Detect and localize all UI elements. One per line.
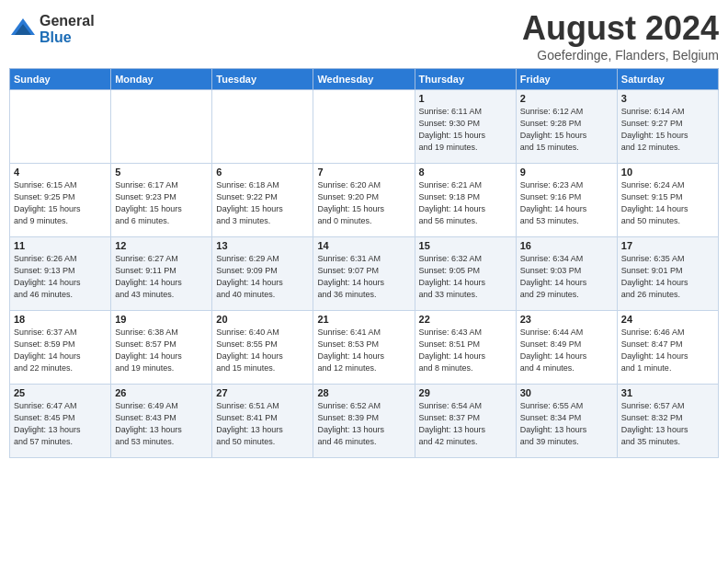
- weekday-header-wednesday: Wednesday: [313, 69, 415, 90]
- day-info: Sunrise: 6:21 AM Sunset: 9:18 PM Dayligh…: [419, 179, 512, 227]
- calendar-cell: [10, 90, 111, 164]
- calendar-cell: 2Sunrise: 6:12 AM Sunset: 9:28 PM Daylig…: [516, 90, 617, 164]
- calendar-cell: 30Sunrise: 6:55 AM Sunset: 8:34 PM Dayli…: [516, 385, 617, 458]
- logo-general: General: [40, 13, 95, 29]
- day-info: Sunrise: 6:52 AM Sunset: 8:39 PM Dayligh…: [317, 400, 410, 448]
- calendar-cell: 21Sunrise: 6:41 AM Sunset: 8:53 PM Dayli…: [313, 311, 415, 385]
- day-info: Sunrise: 6:15 AM Sunset: 9:25 PM Dayligh…: [14, 179, 107, 227]
- calendar-cell: 12Sunrise: 6:27 AM Sunset: 9:11 PM Dayli…: [111, 237, 212, 311]
- calendar-cell: 20Sunrise: 6:40 AM Sunset: 8:55 PM Dayli…: [212, 311, 313, 385]
- day-info: Sunrise: 6:37 AM Sunset: 8:59 PM Dayligh…: [14, 327, 107, 374]
- day-number: 31: [621, 387, 714, 398]
- day-number: 14: [317, 240, 410, 251]
- day-number: 16: [520, 240, 613, 251]
- day-info: Sunrise: 6:17 AM Sunset: 9:23 PM Dayligh…: [115, 179, 208, 227]
- day-number: 20: [216, 314, 309, 325]
- calendar-cell: 23Sunrise: 6:44 AM Sunset: 8:49 PM Dayli…: [516, 311, 617, 385]
- calendar-cell: 29Sunrise: 6:54 AM Sunset: 8:37 PM Dayli…: [415, 385, 516, 458]
- day-number: 8: [419, 167, 512, 178]
- calendar-cell: 13Sunrise: 6:29 AM Sunset: 9:09 PM Dayli…: [212, 237, 313, 311]
- day-info: Sunrise: 6:49 AM Sunset: 8:43 PM Dayligh…: [115, 400, 208, 448]
- day-info: Sunrise: 6:54 AM Sunset: 8:37 PM Dayligh…: [419, 400, 512, 448]
- day-info: Sunrise: 6:57 AM Sunset: 8:32 PM Dayligh…: [621, 400, 714, 448]
- day-info: Sunrise: 6:46 AM Sunset: 8:47 PM Dayligh…: [621, 327, 714, 374]
- calendar-cell: 4Sunrise: 6:15 AM Sunset: 9:25 PM Daylig…: [10, 164, 111, 237]
- week-row-2: 4Sunrise: 6:15 AM Sunset: 9:25 PM Daylig…: [10, 164, 719, 237]
- calendar-cell: [313, 90, 415, 164]
- calendar-cell: 17Sunrise: 6:35 AM Sunset: 9:01 PM Dayli…: [617, 237, 718, 311]
- calendar-body: 1Sunrise: 6:11 AM Sunset: 9:30 PM Daylig…: [10, 90, 719, 458]
- day-number: 15: [419, 240, 512, 251]
- calendar-cell: 19Sunrise: 6:38 AM Sunset: 8:57 PM Dayli…: [111, 311, 212, 385]
- day-number: 3: [621, 93, 714, 104]
- day-number: 6: [216, 167, 309, 178]
- day-number: 19: [115, 314, 208, 325]
- logo: General Blue: [9, 13, 95, 45]
- day-info: Sunrise: 6:31 AM Sunset: 9:07 PM Dayligh…: [317, 253, 410, 301]
- calendar-cell: 3Sunrise: 6:14 AM Sunset: 9:27 PM Daylig…: [617, 90, 718, 164]
- day-info: Sunrise: 6:35 AM Sunset: 9:01 PM Dayligh…: [621, 253, 714, 301]
- week-row-1: 1Sunrise: 6:11 AM Sunset: 9:30 PM Daylig…: [10, 90, 719, 164]
- day-number: 18: [14, 314, 107, 325]
- day-number: 10: [621, 167, 714, 178]
- day-info: Sunrise: 6:38 AM Sunset: 8:57 PM Dayligh…: [115, 327, 208, 374]
- week-row-4: 18Sunrise: 6:37 AM Sunset: 8:59 PM Dayli…: [10, 311, 719, 385]
- day-info: Sunrise: 6:14 AM Sunset: 9:27 PM Dayligh…: [621, 106, 714, 154]
- day-number: 24: [621, 314, 714, 325]
- calendar-cell: 5Sunrise: 6:17 AM Sunset: 9:23 PM Daylig…: [111, 164, 212, 237]
- day-info: Sunrise: 6:47 AM Sunset: 8:45 PM Dayligh…: [14, 400, 107, 448]
- day-number: 27: [216, 387, 309, 398]
- day-info: Sunrise: 6:24 AM Sunset: 9:15 PM Dayligh…: [621, 179, 714, 227]
- day-number: 9: [520, 167, 613, 178]
- day-number: 21: [317, 314, 410, 325]
- weekday-header-sunday: Sunday: [10, 69, 111, 90]
- day-info: Sunrise: 6:20 AM Sunset: 9:20 PM Dayligh…: [317, 179, 410, 227]
- calendar-cell: 31Sunrise: 6:57 AM Sunset: 8:32 PM Dayli…: [617, 385, 718, 458]
- day-info: Sunrise: 6:29 AM Sunset: 9:09 PM Dayligh…: [216, 253, 309, 301]
- day-number: 30: [520, 387, 613, 398]
- weekday-header-saturday: Saturday: [617, 69, 718, 90]
- calendar-cell: 27Sunrise: 6:51 AM Sunset: 8:41 PM Dayli…: [212, 385, 313, 458]
- day-info: Sunrise: 6:23 AM Sunset: 9:16 PM Dayligh…: [520, 179, 613, 227]
- calendar-cell: 6Sunrise: 6:18 AM Sunset: 9:22 PM Daylig…: [212, 164, 313, 237]
- day-number: 12: [115, 240, 208, 251]
- week-row-3: 11Sunrise: 6:26 AM Sunset: 9:13 PM Dayli…: [10, 237, 719, 311]
- calendar-cell: 22Sunrise: 6:43 AM Sunset: 8:51 PM Dayli…: [415, 311, 516, 385]
- logo-icon: [9, 17, 37, 42]
- day-number: 25: [14, 387, 107, 398]
- calendar-cell: [111, 90, 212, 164]
- page-header: General Blue August 2024 Goeferdinge, Fl…: [9, 9, 719, 63]
- day-info: Sunrise: 6:44 AM Sunset: 8:49 PM Dayligh…: [520, 327, 613, 374]
- day-number: 28: [317, 387, 410, 398]
- day-info: Sunrise: 6:18 AM Sunset: 9:22 PM Dayligh…: [216, 179, 309, 227]
- month-title: August 2024: [522, 9, 719, 48]
- day-info: Sunrise: 6:12 AM Sunset: 9:28 PM Dayligh…: [520, 106, 613, 154]
- calendar-cell: 14Sunrise: 6:31 AM Sunset: 9:07 PM Dayli…: [313, 237, 415, 311]
- week-row-5: 25Sunrise: 6:47 AM Sunset: 8:45 PM Dayli…: [10, 385, 719, 458]
- day-info: Sunrise: 6:27 AM Sunset: 9:11 PM Dayligh…: [115, 253, 208, 301]
- day-number: 29: [419, 387, 512, 398]
- weekday-header-monday: Monday: [111, 69, 212, 90]
- calendar-cell: 10Sunrise: 6:24 AM Sunset: 9:15 PM Dayli…: [617, 164, 718, 237]
- weekday-header-friday: Friday: [516, 69, 617, 90]
- calendar-cell: 28Sunrise: 6:52 AM Sunset: 8:39 PM Dayli…: [313, 385, 415, 458]
- title-block: August 2024 Goeferdinge, Flanders, Belgi…: [522, 9, 719, 63]
- calendar-cell: 25Sunrise: 6:47 AM Sunset: 8:45 PM Dayli…: [10, 385, 111, 458]
- calendar-cell: 11Sunrise: 6:26 AM Sunset: 9:13 PM Dayli…: [10, 237, 111, 311]
- logo-text: General Blue: [40, 13, 95, 45]
- day-number: 26: [115, 387, 208, 398]
- weekday-header-thursday: Thursday: [415, 69, 516, 90]
- day-number: 11: [14, 240, 107, 251]
- day-number: 5: [115, 167, 208, 178]
- calendar-cell: 24Sunrise: 6:46 AM Sunset: 8:47 PM Dayli…: [617, 311, 718, 385]
- day-number: 13: [216, 240, 309, 251]
- day-number: 7: [317, 167, 410, 178]
- calendar-cell: [212, 90, 313, 164]
- location-title: Goeferdinge, Flanders, Belgium: [522, 48, 719, 63]
- calendar-cell: 7Sunrise: 6:20 AM Sunset: 9:20 PM Daylig…: [313, 164, 415, 237]
- day-number: 2: [520, 93, 613, 104]
- day-number: 17: [621, 240, 714, 251]
- day-number: 1: [419, 93, 512, 104]
- day-info: Sunrise: 6:40 AM Sunset: 8:55 PM Dayligh…: [216, 327, 309, 374]
- calendar-header: SundayMondayTuesdayWednesdayThursdayFrid…: [10, 69, 719, 90]
